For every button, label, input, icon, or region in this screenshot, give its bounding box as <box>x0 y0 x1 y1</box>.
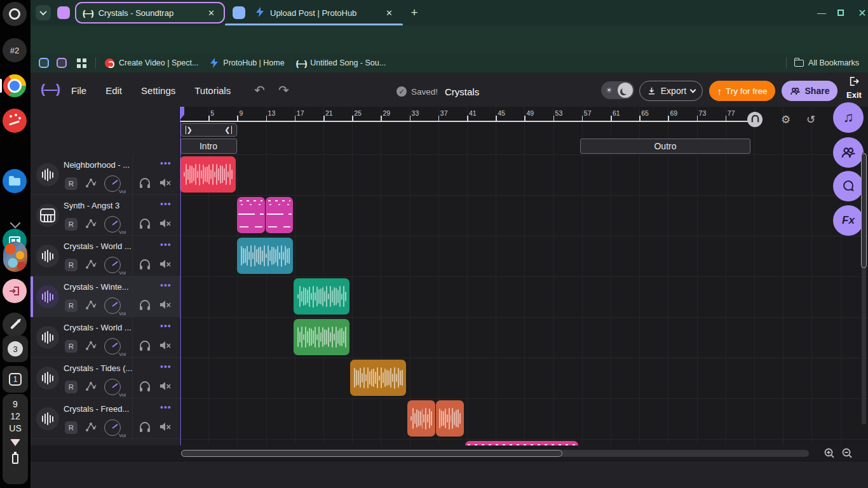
avatar[interactable] <box>3 241 27 272</box>
comments-panel-button[interactable] <box>833 171 864 201</box>
tab-upload-post-protohub[interactable]: Upload Post | ProtoHub ✕ <box>225 2 403 24</box>
tab-group-bookmark-blue[interactable] <box>39 58 49 68</box>
pen-tool-icon[interactable] <box>3 313 27 337</box>
track-row[interactable]: Neighborhood - ... ••• R Vol <box>31 154 180 195</box>
dock-chevron-down-icon[interactable] <box>11 219 19 227</box>
audio-track-icon[interactable] <box>36 407 59 430</box>
tab-close-icon[interactable]: ✕ <box>205 7 217 19</box>
audio-clip[interactable] <box>294 319 349 355</box>
record-arm-button[interactable]: R <box>65 259 78 271</box>
track-row[interactable]: Synth - Angst 3 ••• R Vol <box>31 195 180 236</box>
sign-in-icon[interactable] <box>3 279 27 303</box>
track-row[interactable]: Crystals - World ... ••• R Vol <box>31 236 180 276</box>
record-arm-button[interactable]: R <box>65 299 78 312</box>
solo-headphones-button[interactable] <box>139 218 151 232</box>
theme-toggle[interactable]: ☀ <box>601 81 634 99</box>
track-name[interactable]: Synth - Angst 3 <box>64 201 119 210</box>
clip-segment[interactable] <box>407 400 435 437</box>
grid-settings-gear-icon[interactable]: ⚙ <box>781 113 790 126</box>
solo-headphones-button[interactable] <box>139 177 151 191</box>
automation-button[interactable] <box>85 177 98 191</box>
volume-knob[interactable]: Vol <box>104 338 121 355</box>
effects-panel-button[interactable]: Fx <box>833 205 864 236</box>
automation-button[interactable] <box>85 218 98 232</box>
record-arm-button[interactable]: R <box>65 340 78 353</box>
tab-group-bookmark-purple[interactable] <box>57 58 67 68</box>
loop-start-bracket-icon[interactable]: ❯ <box>186 126 193 134</box>
loop-end-bracket-icon[interactable]: ❮ <box>224 126 231 134</box>
track-menu-button[interactable]: ••• <box>160 158 172 168</box>
bookmarks-apps-icon[interactable] <box>77 58 86 68</box>
menu-tutorials[interactable]: Tutorials <box>194 85 231 96</box>
zoom-in-icon[interactable] <box>823 447 836 459</box>
mute-button[interactable] <box>159 381 172 394</box>
volume-knob[interactable]: Vol <box>104 175 121 192</box>
track-menu-button[interactable]: ••• <box>160 280 172 290</box>
automation-button[interactable] <box>85 299 98 313</box>
zoom-out-icon[interactable] <box>841 447 853 459</box>
mute-button[interactable] <box>159 177 172 191</box>
exit-button[interactable]: Exit <box>840 76 868 100</box>
clip-segment[interactable] <box>237 197 265 233</box>
collaboration-panel-button[interactable] <box>833 137 864 168</box>
mute-button[interactable] <box>159 259 172 272</box>
track-menu-button[interactable]: ••• <box>160 402 172 412</box>
audio-track-icon[interactable] <box>36 285 59 308</box>
horizontal-scrollbar-track[interactable] <box>181 450 809 457</box>
track-row[interactable]: Crystals - Winte... ••• R Vol <box>31 276 180 317</box>
record-arm-button[interactable]: R <box>65 218 78 231</box>
volume-knob[interactable]: Vol <box>104 257 121 273</box>
clip-segment[interactable] <box>266 197 293 233</box>
vertical-scrollbar-thumb[interactable] <box>861 153 867 268</box>
menu-file[interactable]: File <box>71 85 86 96</box>
clip-segment[interactable] <box>465 441 578 445</box>
tab-close-icon[interactable]: ✕ <box>383 7 395 19</box>
automation-button[interactable] <box>85 340 98 354</box>
horizontal-scrollbar-thumb[interactable] <box>181 450 562 457</box>
solo-headphones-button[interactable] <box>139 421 151 435</box>
tab-group-chip-purple[interactable] <box>57 6 70 19</box>
track-row[interactable]: Crystals - Freed... ••• R Vol <box>31 398 180 439</box>
menu-settings[interactable]: Settings <box>141 85 175 96</box>
instruments-panel-button[interactable]: ♫ <box>833 102 864 133</box>
volume-knob[interactable]: Vol <box>104 297 121 314</box>
track-row[interactable]: Crystals - Tides (... ••• R Vol <box>31 358 180 398</box>
redo-button[interactable]: ↷ <box>278 83 289 98</box>
close-button[interactable]: ✕ <box>854 4 868 21</box>
paint-app-icon[interactable] <box>3 109 27 133</box>
solo-headphones-button[interactable] <box>139 381 151 395</box>
bookmark-untitled-song[interactable]: (—) Untitled Song - Sou... <box>296 58 386 68</box>
timeline-grid[interactable]: 591317212529333741454953576165697377 ❯ ❮… <box>180 107 868 445</box>
status-tray[interactable]: 9 12 US <box>3 394 28 484</box>
workspace-badge[interactable]: #2 <box>3 38 27 62</box>
mute-button[interactable] <box>159 218 172 231</box>
loop-toggle-icon[interactable]: ↺ <box>806 113 815 126</box>
midi-clip[interactable] <box>237 197 293 233</box>
audio-track-icon[interactable] <box>36 163 59 186</box>
audio-clip[interactable] <box>237 238 293 274</box>
track-name[interactable]: Crystals - Winte... <box>64 282 129 292</box>
clip-segment[interactable] <box>237 238 293 274</box>
tab-search-button[interactable] <box>36 5 51 20</box>
volume-knob[interactable]: Vol <box>104 419 121 436</box>
audio-clip[interactable] <box>294 278 349 315</box>
solo-headphones-button[interactable] <box>139 259 151 273</box>
audio-track-icon[interactable] <box>36 367 59 390</box>
loop-region[interactable]: ❯ ❮ <box>180 123 237 137</box>
section-intro[interactable]: Intro <box>180 139 237 154</box>
track-name[interactable]: Crystals - World ... <box>64 323 132 332</box>
clip-segment[interactable] <box>350 360 406 396</box>
track-menu-button[interactable]: ••• <box>160 321 172 331</box>
minimize-button[interactable]: — <box>813 4 830 21</box>
automation-button[interactable] <box>85 259 98 273</box>
track-name[interactable]: Crystals - Freed... <box>64 404 129 414</box>
badge-3[interactable]: 3 <box>3 336 28 362</box>
audio-track-icon[interactable] <box>36 326 59 349</box>
menu-edit[interactable]: Edit <box>105 85 122 96</box>
automation-button[interactable] <box>85 421 98 435</box>
launcher-icon[interactable] <box>3 2 27 26</box>
audio-clip[interactable] <box>407 400 464 437</box>
share-button[interactable]: Share <box>782 81 837 101</box>
snap-magnet-button[interactable] <box>747 112 763 127</box>
mute-button[interactable] <box>159 421 172 435</box>
